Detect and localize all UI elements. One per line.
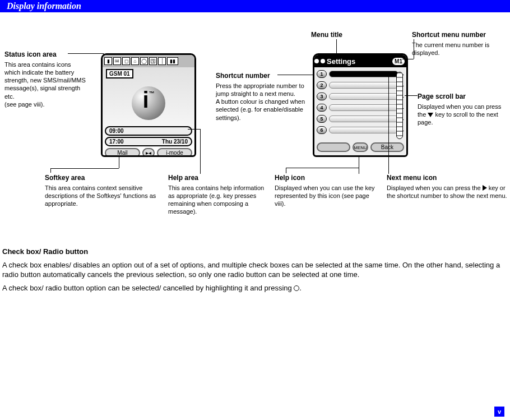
clock-left: 17:00 [109,139,124,145]
lock-icon: ⌂ [131,57,139,65]
page-number-badge: v [494,407,504,417]
leader-line [336,39,337,53]
leader-line [359,156,359,174]
status-icon-row: ▮ ✉ ◻ ⌂ ◯ ⚿ ┆ ▮▮ [103,55,194,67]
callout-body: Displayed when you can press the key to … [418,103,507,127]
divider-icon: ┆ [158,57,166,65]
callout-help-icon: Help icon Displayed when you can use the… [275,174,381,207]
menu-item[interactable]: 4 ▶ [317,103,404,113]
bead-icon [314,59,319,63]
leader-line [414,39,414,59]
leader-line [286,168,359,168]
leader-line [388,73,389,174]
clock-right: Thu 23/10 [162,139,188,145]
shortcut-number-4[interactable]: 4 [317,104,327,112]
shortcut-number-2[interactable]: 2 [317,81,327,89]
leader-line [277,75,317,75]
callout-title: Help icon [275,174,381,183]
checkbox-paragraph-2: A check box/ radio button option can be … [2,283,504,293]
softkey-row: MENU Back [314,141,406,154]
softkey-mid[interactable]: ▸◂ [142,148,155,157]
page-title: Display information [7,1,81,11]
softkey-right[interactable]: i-mode [157,148,192,157]
bead-icon [321,59,325,63]
leader-line [388,73,394,73]
callout-status-icon: Status icon area This area contains icon… [4,50,86,108]
i-mode-logo-icon: i™ [132,86,165,120]
callout-next-menu: Next menu icon Displayed when you can pr… [387,174,507,200]
menu-item[interactable]: 2 ▶ [317,80,404,90]
message-icon: ◻ [122,57,130,65]
key-icon: ⚿ [149,57,157,65]
gsm-indicator: GSM 01 [103,67,194,80]
leader-line [405,95,418,96]
callout-body: The current menu number is displayed. [412,41,504,57]
callout-body: This area contains icons which indicate … [4,61,86,109]
phone-screen-settings: Settings M1 1 ▶ 2 ▶ 3 ▶ 4 ▶ 5 ▶ 6 [313,53,408,157]
checkbox-heading: Check box/ Radio button [2,247,504,257]
callout-shortcut-menu-number: Shortcut menu number The current menu nu… [412,31,504,57]
shortcut-number-5[interactable]: 5 [317,115,327,123]
callout-title: Shortcut number [216,72,310,81]
callout-title: Help area [168,174,268,183]
leader-line [188,129,200,130]
right-arrow-icon [483,185,487,191]
menu-title: Settings [327,57,355,66]
leader-line [50,168,119,169]
menu-item[interactable]: 3 ▶ [317,91,404,101]
phone-screen-home: ▮ ✉ ◻ ⌂ ◯ ⚿ ┆ ▮▮ GSM 01 i™ 09:00 17:00 T… [101,53,196,157]
callout-title: Menu title [311,31,361,40]
down-arrow-icon [428,113,433,117]
menu-item[interactable]: 5 ▶ [317,114,404,124]
leader-line [286,168,286,173]
callout-body: This area contains context sensitive des… [45,184,157,208]
mail-icon: ✉ [113,57,121,65]
leader-line [68,53,103,54]
checkbox-paragraph-1: A check box enables/ disables an option … [2,260,504,280]
callout-body: Displayed when you can use the key repre… [275,184,381,208]
softkey-right[interactable]: Back [370,142,404,152]
home-body: i™ [103,80,194,126]
softkey-left[interactable] [317,142,350,152]
softkey-left[interactable]: Mail [105,148,140,157]
menu-item[interactable]: 6 ▶ [317,125,404,135]
ok-key-icon [294,285,299,291]
battery-icon: ▮ [104,57,112,65]
help-icon[interactable]: MENU [353,142,368,152]
callout-body: Press the appropriate number to jump str… [216,82,310,122]
signal-icon: ▮▮ [167,57,178,65]
clock-left: 09:00 [109,128,124,134]
leader-line [200,129,201,174]
clock-row-1: 09:00 [105,126,192,136]
globe-icon: ◯ [140,57,148,65]
shortcut-number-3[interactable]: 3 [317,93,327,100]
callout-page-scroll: Page scroll bar Displayed when you can p… [418,93,507,126]
callout-help-area: Help area This area contains help inform… [168,174,268,216]
callout-title: Page scroll bar [418,93,507,101]
callout-title: Status icon area [4,50,86,59]
leader-line [402,59,414,59]
callout-softkey: Softkey area This area contains context … [45,174,157,207]
menu-item[interactable]: 1 ▶ [317,69,404,79]
page-scroll-bar[interactable] [396,72,403,139]
callout-shortcut-number: Shortcut number Press the appropriate nu… [216,72,310,122]
shortcut-number-6[interactable]: 6 [317,126,327,134]
page-header: Display information [0,0,510,12]
lower-text-section: Check box/ Radio button A check box enab… [2,247,504,296]
softkey-row: Mail ▸◂ i-mode [103,146,194,157]
leader-line [119,157,119,168]
callout-title: Shortcut menu number [412,31,504,40]
leader-line [50,168,51,173]
callout-body: Displayed when you can press the key or … [387,184,507,200]
callout-title: Next menu icon [387,174,507,183]
clock-row-2: 17:00 Thu 23/10 [105,137,192,146]
title-row: Settings M1 [314,55,406,67]
callout-title: Softkey area [45,174,157,183]
menu-list: 1 ▶ 2 ▶ 3 ▶ 4 ▶ 5 ▶ 6 ▶ [314,67,406,138]
shortcut-number-1[interactable]: 1 [317,70,327,78]
callout-body: This area contains help information as a… [168,184,268,216]
